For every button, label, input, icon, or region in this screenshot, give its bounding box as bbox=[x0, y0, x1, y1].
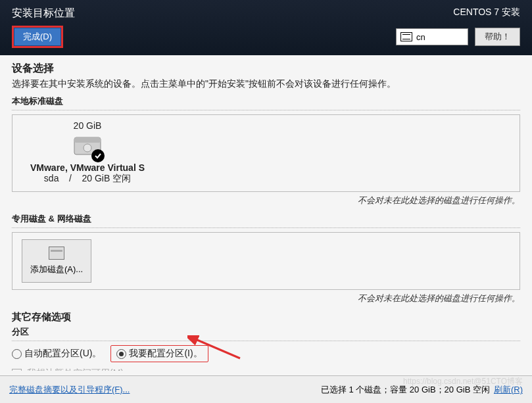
device-selection-title: 设备选择 bbox=[12, 62, 520, 76]
svg-point-2 bbox=[84, 144, 91, 152]
checkmark-icon bbox=[91, 149, 105, 162]
keyboard-layout-value: cn bbox=[416, 32, 425, 42]
disk-summary-link[interactable]: 完整磁盘摘要以及引导程序(F)... bbox=[9, 385, 130, 394]
other-options-title: 其它存储选项 bbox=[12, 311, 520, 323]
auto-partition-label: 自动配置分区(U)。 bbox=[24, 348, 101, 360]
special-disks-label: 专用磁盘 & 网络磁盘 bbox=[12, 213, 520, 225]
help-button[interactable]: 帮助！ bbox=[475, 28, 520, 46]
auto-partition-radio[interactable]: 自动配置分区(U)。 bbox=[12, 348, 101, 360]
manual-partition-radio[interactable]: 我要配置分区(I)。 bbox=[110, 345, 208, 362]
radio-icon bbox=[12, 349, 22, 359]
divider bbox=[12, 227, 520, 228]
divider bbox=[12, 110, 520, 110]
keyboard-layout-selector[interactable]: cn bbox=[396, 28, 468, 45]
local-disk-hint: 不会对未在此处选择的磁盘进行任何操作。 bbox=[12, 195, 520, 206]
disk-icon bbox=[49, 247, 64, 260]
done-button[interactable]: 完成(D) bbox=[12, 26, 63, 48]
local-disk-item[interactable]: 20 GiB VMware, VMware Virtual S sda / 20… bbox=[12, 114, 520, 192]
special-disks-container: 添加磁盘(A)... bbox=[12, 232, 520, 290]
local-disks-label: 本地标准磁盘 bbox=[12, 95, 520, 107]
disk-name: VMware, VMware Virtual S bbox=[22, 162, 153, 173]
refresh-link[interactable]: 刷新(R) bbox=[494, 384, 523, 396]
footer-bar: 完整磁盘摘要以及引导程序(F)... 已选择 1 个磁盘；容量 20 GiB；2… bbox=[0, 375, 532, 403]
disk-size: 20 GiB bbox=[22, 120, 153, 131]
selected-summary-text: 已选择 1 个磁盘；容量 20 GiB；20 GiB 空闲 bbox=[321, 384, 490, 396]
manual-partition-label: 我要配置分区(I)。 bbox=[129, 348, 202, 360]
extra-space-label: 我想让额外空间可用(M)。 bbox=[27, 367, 133, 371]
checkbox-icon bbox=[12, 369, 22, 371]
disk-icon bbox=[73, 133, 102, 160]
svg-rect-1 bbox=[74, 137, 101, 143]
partition-section-label: 分区 bbox=[12, 326, 520, 338]
partition-radio-group: 自动配置分区(U)。 我要配置分区(I)。 bbox=[12, 345, 520, 362]
main-content: 设备选择 选择要在其中安装系统的设备。点击主菜单中的"开始安装"按钮前不会对该设… bbox=[0, 55, 532, 371]
device-selection-description: 选择要在其中安装系统的设备。点击主菜单中的"开始安装"按钮前不会对该设备进行任何… bbox=[12, 78, 520, 90]
distro-label: CENTOS 7 安装 bbox=[453, 7, 520, 18]
divider bbox=[12, 341, 520, 341]
page-title: 安装目标位置 bbox=[12, 7, 75, 20]
radio-icon bbox=[116, 349, 126, 359]
disk-info: sda / 20 GiB 空闲 bbox=[22, 173, 153, 185]
special-disk-hint: 不会对未在此处选择的磁盘进行任何操作。 bbox=[12, 293, 520, 304]
extra-space-checkbox: 我想让额外空间可用(M)。 bbox=[12, 367, 520, 371]
keyboard-icon bbox=[400, 32, 412, 41]
top-header: 安装目标位置 CENTOS 7 安装 完成(D) cn 帮助！ bbox=[0, 0, 532, 55]
add-disk-label: 添加磁盘(A)... bbox=[30, 264, 83, 275]
add-disk-button[interactable]: 添加磁盘(A)... bbox=[22, 239, 91, 283]
